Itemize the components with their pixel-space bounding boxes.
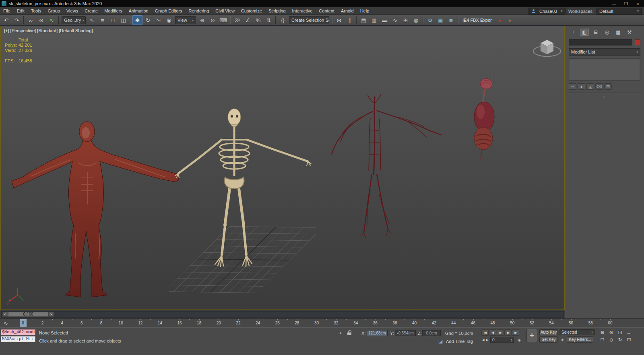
select-and-move-icon[interactable]: ✥ [132,15,142,25]
tab-modify[interactable]: ◧ [580,29,589,36]
previous-frame-arrow[interactable]: < [2,312,8,317]
edit-named-sets-icon[interactable]: {} [278,15,288,25]
make-unique-icon[interactable]: ◬ [586,83,594,90]
menu-customize[interactable]: Customize [238,7,265,15]
select-object-icon[interactable]: ↖ [87,15,97,25]
redo-icon[interactable]: ↷ [12,15,22,25]
model-organs[interactable] [463,77,502,160]
field-of-view-icon[interactable]: ◇ [607,336,615,343]
auto-key-button[interactable]: Auto Key [539,329,558,335]
key-filters-button[interactable]: Key Filters... [567,336,593,343]
play-button[interactable]: ▶ [497,329,504,336]
select-and-scale-icon[interactable]: ⇲ [153,15,163,25]
user-account-dropdown[interactable]: Chase03 ▾ [528,8,566,14]
key-filter-mode-icon[interactable]: ◈ [559,336,566,343]
rollout-grip[interactable]: ≡ [565,95,644,99]
key-selection-dropdown[interactable]: Selected ▾ [559,329,595,335]
menu-interactive[interactable]: Interactive [289,7,316,15]
menu-group[interactable]: Group [44,7,63,15]
maxscript-listener-line2[interactable]: MAXScript Mi: [1,336,35,342]
menu-rendering[interactable]: Rendering [186,7,213,15]
tab-hierarchy[interactable]: ⊟ [591,29,600,36]
frame-spinner[interactable]: ▲▼ [510,338,513,342]
add-time-tag[interactable]: Add Time Tag [446,339,473,344]
minimize-button[interactable]: — [608,0,620,7]
object-name-field[interactable] [569,39,632,45]
menu-tools[interactable]: Tools [28,7,45,15]
menu-create[interactable]: Create [81,7,101,15]
material-editor-icon[interactable]: ◍ [411,15,421,25]
menu-arnold[interactable]: Arnold [338,7,357,15]
set-key-button[interactable]: Set Key [539,336,558,343]
key-step-back-icon[interactable]: ◀ [481,337,485,343]
object-color-swatch[interactable] [635,39,640,45]
maxscript-listener-line1[interactable]: $Mesh_482.modi: [1,329,35,335]
close-button[interactable]: × [632,0,644,7]
key-step-forward-icon[interactable]: ▶ [485,337,489,343]
custom-script-icon[interactable]: ◗ [505,15,515,25]
next-frame-arrow[interactable]: > [48,312,54,317]
go-to-end-button[interactable]: ▶| [512,329,519,336]
keyboard-override-icon[interactable]: ⌨ [218,15,228,25]
bind-to-space-warp-icon[interactable]: ∿ [47,15,57,25]
undo-icon[interactable]: ↶ [1,15,11,25]
previous-frame-button[interactable]: ◀| [489,329,496,336]
align-icon[interactable]: ∥ [345,15,355,25]
remove-modifier-icon[interactable]: ⌫ [595,83,603,90]
mirror-icon[interactable]: ⋈ [334,15,344,25]
go-to-start-button[interactable]: |◀ [481,329,489,336]
percent-snap-icon[interactable]: % [253,15,263,25]
menu-help[interactable]: Help [357,7,373,15]
zoom-extents-icon[interactable]: ⊡ [616,329,624,336]
coord-y-field[interactable]: -0,554cm [395,330,416,336]
reference-coordinate-dropdown[interactable]: View▾ [175,16,196,24]
schematic-view-icon[interactable]: ⊞ [400,15,411,25]
maximize-viewport-icon[interactable]: ⊞ [625,336,633,343]
restore-button[interactable]: ❐ [620,0,632,7]
rendered-frame-icon[interactable]: ▣ [436,15,446,25]
modifier-list-dropdown[interactable]: Modifier List ▾ [569,48,640,56]
selection-filter-dropdown[interactable]: Geo...try▾ [62,16,86,24]
render-setup-icon[interactable]: ⚙ [425,15,435,25]
model-vascular-system[interactable] [328,94,445,239]
coord-x-field[interactable]: 121,68cm [367,330,388,336]
select-and-rotate-icon[interactable]: ↻ [143,15,153,25]
menu-scripting[interactable]: Scripting [265,7,289,15]
select-by-name-icon[interactable]: ≡ [97,15,107,25]
select-and-place-icon[interactable]: ◉ [164,15,174,25]
window-crossing-icon[interactable]: ◫ [118,15,128,25]
tab-display[interactable]: ▦ [614,29,623,36]
menu-file[interactable]: File [0,7,14,15]
workspace-dropdown[interactable]: Default ▾ [597,8,642,14]
selection-lock-toggle-icon[interactable] [346,330,353,336]
zoom-region-icon[interactable]: ⊟ [598,336,607,343]
mini-curve-editor-icon[interactable]: ∿ [0,319,12,328]
arnold-render-icon[interactable]: ● [495,15,505,25]
layer-explorer-icon[interactable]: ▥ [369,15,379,25]
orbit-icon[interactable]: ↻ [616,336,624,343]
configure-modifier-sets-icon[interactable]: ⊞ [604,83,612,90]
key-mode-toggle-icon[interactable]: ◈ [516,337,522,343]
viewport-label[interactable]: [+] [Perspective] [Standard] [Default Sh… [4,28,93,33]
select-and-manipulate-icon[interactable]: ⊙ [208,15,218,25]
menu-civil-view[interactable]: Civil View [212,7,237,15]
pan-icon[interactable]: ↔ [625,329,633,336]
view-cube[interactable] [532,34,562,63]
angle-snap-icon[interactable]: ∠ [243,15,253,25]
spinner-snap-icon[interactable]: ⇅ [264,15,274,25]
unlink-selection-icon[interactable]: ⊗ [36,15,46,25]
time-slider-value[interactable]: 0 / 60 [8,312,48,317]
tab-utilities[interactable]: ⚒ [625,29,634,36]
scene-explorer-icon[interactable]: ▤ [359,15,369,25]
pin-stack-icon[interactable]: ⊸ [569,83,576,90]
fbx-export-button[interactable]: IE4 FBX Expor [460,18,494,23]
rectangular-selection-icon[interactable]: □ [108,15,118,25]
ribbon-toggle-icon[interactable]: ▬ [380,15,390,25]
modifier-stack[interactable] [569,58,640,80]
use-pivot-center-icon[interactable]: ⊕ [197,15,207,25]
time-slider-handle[interactable]: < 0 / 60 > [2,312,54,317]
perspective-viewport[interactable]: [+] [Perspective] [Standard] [Default Sh… [0,26,565,310]
set-keys-button[interactable]: + [526,329,537,342]
select-and-link-icon[interactable]: ∞ [26,15,36,25]
menu-edit[interactable]: Edit [14,7,28,15]
